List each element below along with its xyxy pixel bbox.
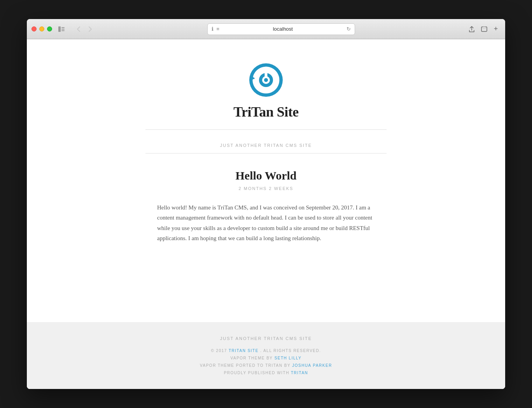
- reader-icon: ≡: [217, 26, 220, 32]
- refresh-icon[interactable]: ↻: [346, 26, 351, 32]
- url-text: localhost: [222, 26, 343, 32]
- copyright-suffix: . ALL RIGHTS RESERVED.: [260, 349, 321, 353]
- copyright-link[interactable]: TRITAN SITE: [229, 349, 259, 353]
- maximize-button[interactable]: [47, 26, 52, 31]
- forward-button[interactable]: [85, 24, 96, 35]
- browser-window: ℹ ≡ localhost ↻ +: [27, 19, 505, 389]
- browser-content: TriTan Site JUST ANOTHER TRITAN CMS SITE…: [27, 39, 505, 389]
- ported-link[interactable]: JOSHUA PARKER: [292, 363, 332, 368]
- published-link[interactable]: TRITAN: [291, 371, 308, 375]
- browser-titlebar: ℹ ≡ localhost ↻ +: [27, 19, 505, 39]
- footer-ported: VAPOR THEME PORTED TO TRITAN BY JOSHUA P…: [200, 363, 332, 368]
- traffic-lights: [32, 26, 52, 31]
- post-title: Hello World: [236, 169, 297, 182]
- svg-point-11: [264, 78, 268, 82]
- toolbar-right: +: [466, 24, 500, 35]
- new-tab-button[interactable]: [479, 24, 490, 35]
- theme-link[interactable]: SETH LILLY: [275, 356, 302, 360]
- footer-tagline: JUST ANOTHER TRITAN CMS SITE: [220, 336, 312, 341]
- page-footer: JUST ANOTHER TRITAN CMS SITE © 2017 TRIT…: [27, 322, 505, 389]
- svg-rect-5: [483, 27, 486, 28]
- svg-rect-1: [61, 27, 65, 28]
- share-button[interactable]: [466, 24, 477, 35]
- close-button[interactable]: [32, 26, 37, 31]
- published-prefix: PROUDLY PUBLISHED WITH: [224, 371, 289, 375]
- address-bar-container: ℹ ≡ localhost ↻: [99, 23, 463, 35]
- nav-buttons: [73, 24, 96, 35]
- ported-prefix: VAPOR THEME PORTED TO TRITAN BY: [200, 363, 290, 368]
- bottom-divider: [145, 153, 387, 153]
- footer-copyright: © 2017 TRITAN SITE . ALL RIGHTS RESERVED…: [211, 349, 321, 353]
- back-button[interactable]: [73, 24, 84, 35]
- svg-rect-2: [61, 29, 65, 30]
- info-icon: ℹ: [212, 26, 214, 32]
- footer-theme: VAPOR THEME BY SETH LILLY: [231, 356, 302, 360]
- theme-prefix: VAPOR THEME BY: [231, 356, 273, 360]
- minimize-button[interactable]: [39, 26, 44, 31]
- top-divider: [145, 129, 387, 130]
- site-tagline: JUST ANOTHER TRITAN CMS SITE: [220, 138, 312, 153]
- post-date: 2 MONTHS 2 WEEKS: [239, 186, 294, 191]
- footer-published: PROUDLY PUBLISHED WITH TRITAN: [224, 371, 308, 375]
- site-logo: [248, 63, 284, 104]
- address-bar[interactable]: ℹ ≡ localhost ↻: [207, 23, 355, 35]
- post-content: Hello world! My name is TriTan CMS, and …: [157, 202, 375, 243]
- page-body: TriTan Site JUST ANOTHER TRITAN CMS SITE…: [27, 39, 505, 322]
- site-title: TriTan Site: [233, 104, 299, 120]
- svg-rect-3: [61, 30, 65, 31]
- add-tab-button[interactable]: +: [491, 24, 500, 34]
- svg-rect-0: [58, 26, 61, 32]
- copyright-prefix: © 2017: [211, 349, 227, 353]
- sidebar-toggle-button[interactable]: [56, 24, 67, 35]
